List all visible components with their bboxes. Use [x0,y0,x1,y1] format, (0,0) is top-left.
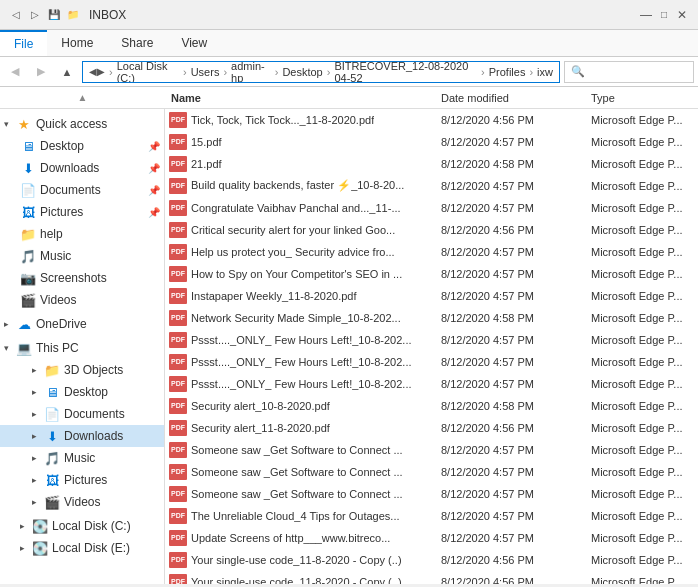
main-layout: ▾ ★ Quick access 🖥 Desktop 📌 ⬇ Downloads… [0,109,698,584]
file-date-cell: 8/12/2020 4:56 PM [435,554,585,566]
close-btn[interactable]: ✕ [674,7,690,23]
bc-ixw[interactable]: ixw [537,66,553,78]
table-row[interactable]: PDFBuild quality backends, faster ⚡_10-8… [165,175,698,197]
table-row[interactable]: PDF21.pdf8/12/2020 4:58 PMMicrosoft Edge… [165,153,698,175]
table-row[interactable]: PDFSomeone saw _Get Software to Connect … [165,439,698,461]
bc-desktop[interactable]: Desktop [282,66,322,78]
col-header-type[interactable]: Type [585,92,698,104]
sidebar-item-localdisk-c[interactable]: ▸ 💽 Local Disk (C:) [0,515,164,537]
bc-bitrecover[interactable]: BITRECOVER_12-08-2020 04-52 [334,61,477,83]
table-row[interactable]: PDFHelp us protect you_ Security advice … [165,241,698,263]
file-type-cell: Microsoft Edge P... [585,378,698,390]
file-date-cell: 8/12/2020 4:57 PM [435,356,585,368]
file-name-cell: PDF15.pdf [165,134,435,150]
table-row[interactable]: PDF15.pdf8/12/2020 4:57 PMMicrosoft Edge… [165,131,698,153]
bc-profiles[interactable]: Profiles [489,66,526,78]
file-name-text: Critical security alert for your linked … [191,224,395,236]
file-type-cell: Microsoft Edge P... [585,422,698,434]
pdf-icon: PDF [169,288,187,304]
bc-users[interactable]: Users [191,66,220,78]
table-row[interactable]: PDFCritical security alert for your link… [165,219,698,241]
ribbon-tabs: File Home Share View [0,30,698,56]
sidebar-item-downloads-qa[interactable]: ⬇ Downloads 📌 [0,157,164,179]
col-header-date[interactable]: Date modified [435,92,585,104]
file-type-cell: Microsoft Edge P... [585,114,698,126]
file-type-cell: Microsoft Edge P... [585,334,698,346]
table-row[interactable]: PDFThe Unreliable Cloud_4 Tips for Outag… [165,505,698,527]
back-icon: ◁ [8,7,24,23]
sidebar-item-documents-qa[interactable]: 📄 Documents 📌 [0,179,164,201]
maximize-btn[interactable]: □ [656,7,672,23]
file-name-cell: PDFHelp us protect you_ Security advice … [165,244,435,260]
sidebar-item-desktop-pc[interactable]: ▸ 🖥 Desktop [0,381,164,403]
sidebar-item-videos-pc[interactable]: ▸ 🎬 Videos [0,491,164,513]
tab-view[interactable]: View [167,30,221,56]
table-row[interactable]: PDFHow to Spy on Your Competitor's SEO i… [165,263,698,285]
file-name-text: Security alert_10-8-2020.pdf [191,400,330,412]
sidebar-item-screenshots[interactable]: 📷 Screenshots [0,267,164,289]
table-row[interactable]: PDFSomeone saw _Get Software to Connect … [165,483,698,505]
sidebar-item-music-pc[interactable]: ▸ 🎵 Music [0,447,164,469]
back-btn[interactable]: ◀ [4,61,26,83]
table-row[interactable]: PDFSomeone saw _Get Software to Connect … [165,461,698,483]
up-btn[interactable]: ▲ [56,61,78,83]
bc-localdisk[interactable]: Local Disk (C:) [117,61,179,83]
table-row[interactable]: PDFPssst...._ONLY_ Few Hours Left!_10-8-… [165,373,698,395]
sidebar-localdisk-c-label: Local Disk (C:) [52,519,131,533]
file-type-cell: Microsoft Edge P... [585,246,698,258]
quick-access-label: Quick access [36,117,107,131]
table-row[interactable]: PDFInstapaper Weekly_11-8-2020.pdf8/12/2… [165,285,698,307]
tab-share[interactable]: Share [107,30,167,56]
docs-chevron: ▸ [32,409,44,419]
table-row[interactable]: PDFSecurity alert_11-8-2020.pdf8/12/2020… [165,417,698,439]
forward-btn[interactable]: ▶ [30,61,52,83]
col-header-name[interactable]: Name [165,92,435,104]
sidebar-item-pictures-pc[interactable]: ▸ 🖼 Pictures [0,469,164,491]
sidebar-item-desktop[interactable]: 🖥 Desktop 📌 [0,135,164,157]
pics-qa-icon: 🖼 [20,204,36,220]
file-name-text: Someone saw _Get Software to Connect ... [191,444,403,456]
table-row[interactable]: PDFNetwork Security Made Simple_10-8-202… [165,307,698,329]
sidebar-item-videos-qa[interactable]: 🎬 Videos [0,289,164,311]
table-row[interactable]: PDFUpdate Screens of http___www.bitreco.… [165,527,698,549]
file-date-cell: 8/12/2020 4:57 PM [435,136,585,148]
music-chevron: ▸ [32,453,44,463]
forward-icon: ▷ [27,7,43,23]
search-box[interactable]: 🔍 [564,61,694,83]
table-row[interactable]: PDFPssst...._ONLY_ Few Hours Left!_10-8-… [165,351,698,373]
file-name-text: Build quality backends, faster ⚡_10-8-20… [191,179,404,192]
onedrive-section: ▸ ☁ OneDrive [0,313,164,335]
breadcrumb[interactable]: ◀▶ › Local Disk (C:) › Users › admin-hp … [82,61,560,83]
file-name-cell: PDFPssst...._ONLY_ Few Hours Left!_10-8-… [165,376,435,392]
videos-pc-icon: 🎬 [44,494,60,510]
sidebar-item-downloads-pc[interactable]: ▸ ⬇ Downloads [0,425,164,447]
quick-access-section: ▾ ★ Quick access 🖥 Desktop 📌 ⬇ Downloads… [0,113,164,311]
table-row[interactable]: PDFYour single-use code_11-8-2020 - Copy… [165,549,698,571]
pin-icon-pics: 📌 [148,207,160,218]
sidebar-item-localdisk-e[interactable]: ▸ 💽 Local Disk (E:) [0,537,164,559]
tab-file[interactable]: File [0,30,47,56]
sidebar-item-3dobjects[interactable]: ▸ 📁 3D Objects [0,359,164,381]
sidebar-3dobjects-label: 3D Objects [64,363,123,377]
minimize-btn[interactable]: — [638,7,654,23]
table-row[interactable]: PDFSecurity alert_10-8-2020.pdf8/12/2020… [165,395,698,417]
table-row[interactable]: PDFYour single-use code_11-8-2020 - Copy… [165,571,698,584]
title-bar: ◁ ▷ 💾 📁 INBOX — □ ✕ [0,0,698,30]
tab-home[interactable]: Home [47,30,107,56]
file-date-cell: 8/12/2020 4:57 PM [435,268,585,280]
onedrive-header[interactable]: ▸ ☁ OneDrive [0,313,164,335]
file-name-cell: PDFYour single-use code_11-8-2020 - Copy… [165,574,435,585]
sidebar-videos-qa-label: Videos [40,293,76,307]
thispc-header[interactable]: ▾ 💻 This PC [0,337,164,359]
file-date-cell: 8/12/2020 4:57 PM [435,290,585,302]
file-date-cell: 8/12/2020 4:57 PM [435,488,585,500]
sidebar-item-help[interactable]: 📁 help [0,223,164,245]
quick-access-header[interactable]: ▾ ★ Quick access [0,113,164,135]
table-row[interactable]: PDFPssst...._ONLY_ Few Hours Left!_10-8-… [165,329,698,351]
table-row[interactable]: PDFCongratulate Vaibhav Panchal and..._1… [165,197,698,219]
table-row[interactable]: PDFTick, Tock, Tick Tock..._11-8-2020.pd… [165,109,698,131]
sidebar-item-music-qa[interactable]: 🎵 Music [0,245,164,267]
sidebar-item-documents-pc[interactable]: ▸ 📄 Documents [0,403,164,425]
bc-adminhp[interactable]: admin-hp [231,61,271,83]
sidebar-item-pictures-qa[interactable]: 🖼 Pictures 📌 [0,201,164,223]
